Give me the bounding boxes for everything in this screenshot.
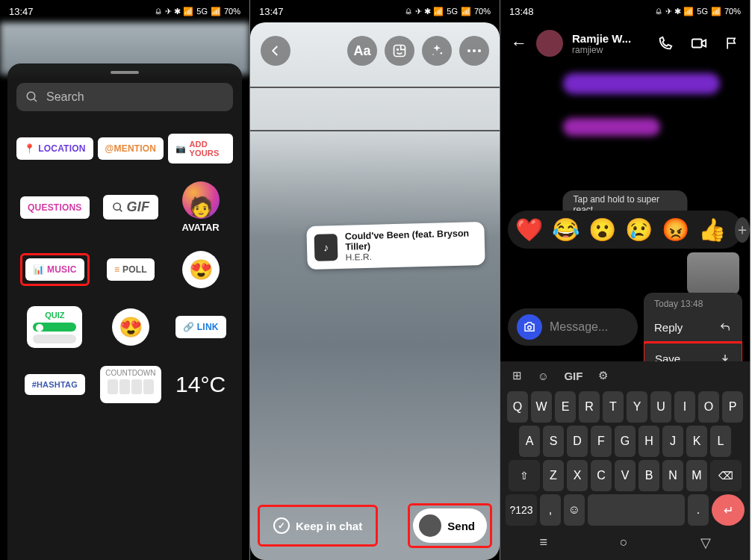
key-space[interactable] <box>588 494 685 526</box>
message-compose[interactable]: Message... <box>508 308 638 346</box>
more-button[interactable] <box>459 36 489 66</box>
sticker-hashtag[interactable]: #HASHTAG <box>25 374 85 395</box>
key-backspace[interactable]: ⌫ <box>710 460 742 491</box>
key-h[interactable]: H <box>638 426 659 457</box>
camera-button[interactable] <box>517 314 542 340</box>
highlight-send: Send <box>408 503 492 548</box>
key-x[interactable]: X <box>567 460 588 491</box>
sticker-countdown[interactable]: COUNTDOWN <box>100 366 161 403</box>
back-button[interactable]: ← <box>511 34 527 53</box>
key-q[interactable]: Q <box>507 391 528 423</box>
sticker-avatar[interactable]: 🧑 AVATAR <box>181 181 219 233</box>
text-tool-button[interactable]: Aa <box>347 36 377 66</box>
contact-avatar[interactable] <box>536 30 563 57</box>
reaction-thumbsup[interactable]: 👍 <box>698 217 726 243</box>
message-bubble[interactable] <box>563 73 720 94</box>
search-input[interactable]: Search <box>16 83 233 111</box>
key-s[interactable]: S <box>543 426 564 457</box>
back-button[interactable] <box>261 36 290 66</box>
key-g[interactable]: G <box>615 426 636 457</box>
kbd-grid-icon[interactable]: ⊞ <box>512 369 522 382</box>
kbd-sticker-icon[interactable]: ☺ <box>538 370 549 382</box>
key-numbers[interactable]: ?123 <box>506 494 537 526</box>
story-canvas[interactable] <box>250 22 500 560</box>
message-bubble[interactable] <box>535 140 647 155</box>
menu-reply[interactable]: Reply <box>644 312 742 343</box>
key-u[interactable]: U <box>650 391 671 423</box>
chat-header: ← Ramjie W... ramjiew <box>500 22 750 64</box>
key-enter[interactable]: ↵ <box>712 494 745 526</box>
sticker-addyours[interactable]: 📷ADD YOURS <box>168 134 233 164</box>
reaction-laugh[interactable]: 😂 <box>552 217 579 243</box>
key-m[interactable]: M <box>686 460 707 491</box>
sticker-location[interactable]: 📍LOCATION <box>16 137 93 160</box>
send-button[interactable]: Send <box>413 508 487 543</box>
key-f[interactable]: F <box>591 426 612 457</box>
key-d[interactable]: D <box>567 426 588 457</box>
key-y[interactable]: Y <box>627 391 647 423</box>
effects-button[interactable] <box>422 36 452 66</box>
sticker-temperature[interactable]: 14°C <box>175 372 226 397</box>
key-comma[interactable]: , <box>540 494 561 526</box>
music-sticker[interactable]: ♪ Could've Been (feat. Bryson Tiller) H.… <box>306 222 485 270</box>
status-icons: 🕭 ✈ ✱ 📶 5G📶70% <box>655 7 741 16</box>
drag-handle[interactable] <box>111 71 139 74</box>
nav-recent[interactable]: ≡ <box>539 535 547 551</box>
key-j[interactable]: J <box>662 426 683 457</box>
key-a[interactable]: A <box>519 426 540 457</box>
key-n[interactable]: N <box>662 460 683 491</box>
status-bar: 13:47 🕭 ✈ ✱ 📶 5G📶70% <box>250 0 500 22</box>
highlight-music: 📊MUSIC <box>20 253 90 286</box>
flag-button[interactable] <box>724 35 739 52</box>
sticker-gif[interactable]: GIF <box>103 195 159 220</box>
sticker-mention[interactable]: @MENTION <box>98 137 164 160</box>
kbd-settings-icon[interactable]: ⚙ <box>598 369 608 382</box>
key-l[interactable]: L <box>710 426 731 457</box>
kbd-gif[interactable]: GIF <box>564 370 582 382</box>
sticker-heart-eyes[interactable]: 😍 <box>182 251 220 288</box>
nav-home[interactable]: ○ <box>620 535 628 551</box>
reaction-more[interactable]: ＋ <box>735 217 750 243</box>
compose-placeholder: Message... <box>550 320 608 334</box>
selected-message-thumb[interactable] <box>687 252 739 294</box>
key-shift[interactable]: ⇧ <box>509 460 540 491</box>
key-t[interactable]: T <box>603 391 624 423</box>
reaction-wow[interactable]: 😮 <box>588 217 616 243</box>
key-period[interactable]: . <box>688 494 709 526</box>
key-i[interactable]: I <box>674 391 695 423</box>
svg-point-8 <box>467 49 470 52</box>
status-time: 13:47 <box>9 6 34 17</box>
key-v[interactable]: V <box>615 460 636 491</box>
key-w[interactable]: W <box>531 391 552 423</box>
sticker-music[interactable]: 📊MUSIC <box>25 258 84 281</box>
sticker-heart-eyes-2[interactable]: 😍 <box>112 308 149 346</box>
sticker-quiz[interactable]: QUIZ <box>27 306 82 348</box>
keyboard: ⊞ ☺ GIF ⚙ QWERTYUIOP ASDFGHJKL ⇧ ZXCVBNM… <box>500 361 750 560</box>
call-button[interactable] <box>657 35 674 52</box>
contact-names[interactable]: Ramjie W... ramjiew <box>572 32 648 55</box>
message-bubble[interactable] <box>563 118 660 136</box>
status-time: 13:48 <box>509 6 534 17</box>
key-o[interactable]: O <box>698 391 719 423</box>
sticker-poll[interactable]: ≡POLL <box>107 258 155 281</box>
reaction-sad[interactable]: 😢 <box>625 217 653 243</box>
key-k[interactable]: K <box>686 426 707 457</box>
sticker-questions[interactable]: QUESTIONS <box>20 196 89 219</box>
svg-point-2 <box>114 203 120 210</box>
keep-in-chat-button[interactable]: ✓ Keep in chat <box>263 510 373 541</box>
key-b[interactable]: B <box>638 460 659 491</box>
screen-chat-context: 13:48 🕭 ✈ ✱ 📶 5G📶70% ← Ramjie W... ramji… <box>500 0 751 560</box>
key-e[interactable]: E <box>555 391 576 423</box>
sticker-link[interactable]: 🔗LINK <box>175 316 226 338</box>
status-time: 13:47 <box>259 6 284 17</box>
key-z[interactable]: Z <box>543 460 564 491</box>
key-p[interactable]: P <box>722 391 743 423</box>
sticker-tool-button[interactable] <box>385 36 414 66</box>
key-c[interactable]: C <box>591 460 612 491</box>
reaction-angry[interactable]: 😡 <box>662 217 689 243</box>
reaction-heart[interactable]: ❤️ <box>515 217 543 243</box>
video-call-button[interactable] <box>690 35 708 52</box>
key-r[interactable]: R <box>579 391 600 423</box>
key-emoji[interactable]: ☺ <box>564 494 585 526</box>
nav-back[interactable]: ▽ <box>700 535 711 551</box>
